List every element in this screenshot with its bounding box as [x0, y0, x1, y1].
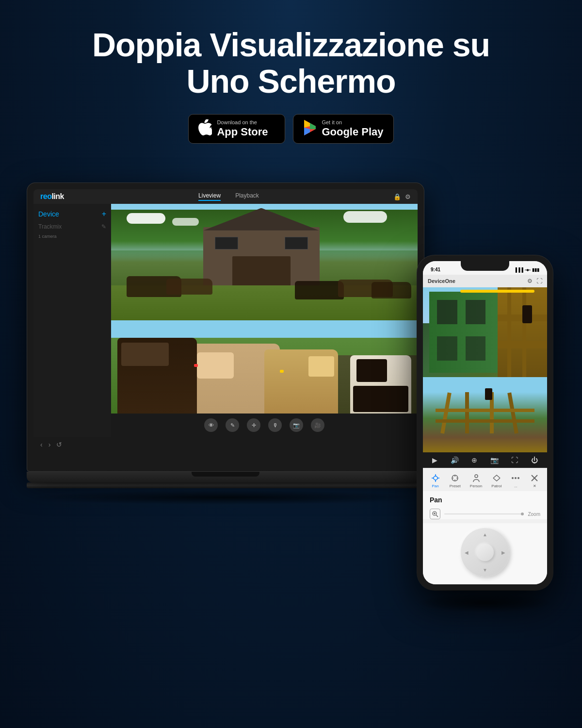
sidebar-device-label: Device + — [38, 210, 106, 218]
reolink-logo: reolink — [40, 192, 64, 201]
laptop-hinge — [192, 472, 259, 477]
joystick-down: ▼ — [483, 567, 487, 573]
phone-play-controls: ▶ 🔊 ⊕ 📷 ⛶ ⏻ — [423, 452, 547, 468]
play-btn[interactable]: ▶ — [432, 456, 437, 464]
google-play-button[interactable]: Get it on Google Play — [293, 114, 393, 144]
sidebar-trackmix-edit[interactable]: ✎ — [101, 223, 106, 230]
laptop-screen: reolink Liveview Playback 🔒 ⚙ Device — [27, 182, 424, 472]
tab-preset[interactable]: Preset — [450, 473, 461, 488]
laptop-topbar: reolink Liveview Playback 🔒 ⚙ — [33, 189, 418, 204]
phone-settings-icon[interactable]: ⚙ — [527, 278, 533, 284]
svg-point-17 — [517, 477, 519, 479]
laptop-sidebar: Device + Trackmix ✎ 1 camera — [33, 204, 111, 437]
laptop-base — [27, 472, 424, 482]
tab-pan[interactable]: Pan — [431, 473, 440, 488]
pan-title: Pan — [430, 496, 540, 504]
sidebar-add-btn[interactable]: + — [102, 210, 106, 218]
app-store-small-text: Download on the — [217, 119, 257, 126]
phone-time: 9:41 — [431, 267, 440, 273]
google-play-text: Get it on Google Play — [322, 119, 383, 139]
snapshot-btn[interactable]: 📷 — [490, 456, 499, 464]
camera-feed-top — [111, 204, 418, 320]
zoom-slider[interactable] — [444, 513, 524, 514]
nav-playback[interactable]: Playback — [235, 192, 259, 201]
camera-feed-bottom: 👁 ✎ ✛ 🎙 📷 🎥 — [111, 320, 418, 437]
joystick-left: ◀ — [465, 550, 469, 555]
laptop-nav-icons: 🔒 ⚙ — [393, 193, 411, 200]
svg-line-21 — [436, 515, 438, 517]
app-store-text: Download on the App Store — [217, 119, 268, 139]
power-btn[interactable]: ⏻ — [531, 456, 538, 464]
phone-outer: 9:41 ▐▐▐ ▮▮▮ — [417, 255, 553, 590]
construction-scene — [423, 287, 547, 377]
nav-prev[interactable]: ‹ — [40, 441, 43, 448]
sidebar-camera-name: 1 camera — [38, 232, 106, 241]
joystick-right: ▶ — [501, 550, 505, 555]
ctrl-btn-3[interactable]: ✛ — [247, 418, 260, 432]
ctrl-btn-1[interactable]: 👁 — [204, 418, 218, 432]
camera-grid: 👁 ✎ ✛ 🎙 📷 🎥 — [111, 204, 418, 437]
phone-header-icons: ⚙ ⛶ — [527, 278, 542, 284]
sidebar-trackmix: Trackmix ✎ — [38, 221, 106, 232]
page-title: Doppia Visualizzazione su Uno Schermo — [0, 27, 582, 99]
title-line-2: Uno Schermo — [186, 63, 395, 99]
phone-status-icons: ▐▐▐ ▮▮▮ — [514, 267, 539, 273]
apple-icon — [198, 119, 212, 138]
nav-refresh[interactable]: ↺ — [56, 441, 62, 448]
phone-fullscreen-icon[interactable]: ⛶ — [536, 278, 542, 284]
wifi-icon — [525, 267, 531, 273]
google-play-small-text: Get it on — [322, 119, 342, 126]
google-play-icon — [303, 120, 317, 138]
laptop-device: reolink Liveview Playback 🔒 ⚙ Device — [27, 182, 424, 505]
fullscreen-btn[interactable]: ⛶ — [511, 456, 518, 464]
laptop-shadow — [27, 490, 424, 505]
tab-close[interactable]: ✕ — [530, 473, 539, 488]
joystick[interactable]: ▲ ▼ ◀ ▶ — [461, 528, 509, 577]
barn-scene — [111, 204, 418, 320]
tab-patrol[interactable]: Patrol — [491, 473, 501, 488]
phone-content-header: DeviceOne ⚙ ⛶ — [423, 275, 547, 287]
ctrl-btn-4[interactable]: 🎙 — [268, 418, 282, 432]
joystick-center — [476, 544, 494, 561]
nav-next[interactable]: › — [48, 441, 51, 448]
joystick-up: ▲ — [483, 532, 487, 537]
phone-shadow — [417, 593, 553, 612]
app-buttons-container: Download on the App Store Get it on Goog… — [0, 114, 582, 144]
zoom-row: Zoom — [430, 509, 540, 519]
nav-liveview[interactable]: Liveview — [198, 192, 221, 201]
volume-btn[interactable]: 🔊 — [451, 456, 459, 464]
ctrl-btn-2[interactable]: ✎ — [226, 418, 239, 432]
svg-marker-2 — [310, 123, 316, 129]
ctrl-btn-5[interactable]: 📷 — [290, 418, 303, 432]
laptop-stand — [27, 482, 424, 488]
app-store-button[interactable]: Download on the App Store — [188, 114, 285, 144]
laptop-nav: Liveview Playback — [74, 192, 384, 201]
signal-icon: ▐▐▐ — [514, 267, 523, 272]
svg-point-14 — [475, 475, 478, 478]
settings-icon[interactable]: ⚙ — [405, 193, 411, 200]
camera-controls: 👁 ✎ ✛ 🎙 📷 🎥 — [111, 414, 418, 437]
tab-more[interactable]: ... — [511, 473, 520, 488]
phone-tab-bar: Pan Preset — [423, 468, 547, 491]
phone-pan-section: Pan Zoom — [423, 491, 547, 519]
laptop-main-area: 👁 ✎ ✛ 🎙 📷 🎥 — [111, 204, 418, 437]
laptop-bottom-nav: ‹ › ↺ — [33, 437, 418, 452]
devices-container: reolink Liveview Playback 🔒 ⚙ Device — [0, 168, 582, 629]
zoom-icon — [430, 509, 440, 519]
svg-point-16 — [515, 477, 517, 479]
ctrl-btn-6[interactable]: 🎥 — [311, 418, 324, 432]
lock-icon: 🔒 — [393, 193, 401, 200]
svg-point-15 — [512, 477, 514, 479]
page-header: Doppia Visualizzazione su Uno Schermo Do… — [0, 0, 582, 158]
google-play-large-text: Google Play — [322, 126, 383, 138]
joystick-container: ▲ ▼ ◀ ▶ — [423, 523, 547, 584]
zoom-label: Zoom — [528, 512, 540, 517]
tab-person[interactable]: Person — [470, 473, 482, 488]
phone-camera-top — [423, 287, 547, 377]
smartphone-device: 9:41 ▐▐▐ ▮▮▮ — [417, 255, 553, 612]
laptop-content: Device + Trackmix ✎ 1 camera — [33, 204, 418, 437]
sidebar-device-section: Device + Trackmix ✎ 1 camera — [38, 210, 106, 241]
ptz-btn[interactable]: ⊕ — [471, 456, 477, 464]
svg-point-4 — [434, 476, 437, 480]
phone-notch — [461, 261, 509, 271]
